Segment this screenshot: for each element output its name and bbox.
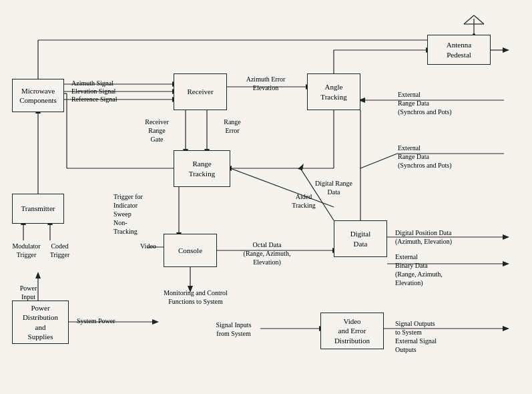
signal-inputs-label: Signal Inputsfrom System: [200, 321, 267, 338]
trigger-label: Trigger forIndicatorSweepNon-Tracking: [113, 192, 167, 236]
console-box: Console: [164, 234, 217, 267]
microwave-components-box: MicrowaveComponents: [12, 79, 64, 112]
antenna-pedestal-box: AntennaPedestal: [427, 35, 491, 65]
antenna-symbol: [461, 12, 487, 35]
power-input-label: PowerInput: [10, 284, 47, 301]
svg-marker-30: [503, 234, 509, 240]
power-distribution-box: PowerDistributionandSupplies: [12, 301, 69, 344]
modulator-trigger-label: ModulatorTrigger: [8, 242, 45, 259]
range-tracking-box: RangeTracking: [174, 150, 230, 187]
receiver-range-gate-label: ReceiverRangeGate: [134, 118, 180, 144]
system-block-diagram: AntennaPedestal MicrowaveComponents Azim…: [0, 0, 532, 394]
svg-point-65: [473, 33, 475, 35]
svg-line-21: [360, 154, 397, 168]
svg-marker-26: [298, 164, 304, 170]
svg-marker-32: [503, 261, 509, 266]
digital-range-data-label: Digital RangeData: [307, 179, 360, 196]
svg-marker-42: [152, 319, 159, 325]
coded-trigger-label: CodedTrigger: [41, 242, 78, 259]
video-label: Video: [140, 242, 156, 250]
svg-line-62: [464, 15, 474, 24]
svg-marker-40: [35, 272, 41, 278]
digital-data-box: DigitalData: [334, 220, 387, 257]
external-binary-label: ExternalBinary Data(Range, Azimuth,Eleva…: [395, 252, 502, 287]
external-range-data-2-label: ExternalRange Data(Synchros and Pots): [398, 144, 498, 170]
svg-marker-12: [503, 47, 509, 53]
angle-tracking-box: AngleTracking: [307, 73, 360, 110]
external-range-data-1-label: ExternalRange Data(Synchros and Pots): [398, 90, 498, 116]
octal-data-label: Octal Data(Range, Azimuth,Elevation): [227, 240, 307, 266]
system-power-label: System Power: [77, 317, 115, 325]
reference-signal-label: Reference Signal: [71, 95, 117, 104]
azimuth-error-label: Azimuth ErrorElevation: [232, 75, 299, 92]
monitoring-label: Monitoring and ControlFunctions to Syste…: [152, 288, 239, 306]
video-error-box: Videoand ErrorDistribution: [320, 313, 384, 349]
signal-outputs-label: Signal Outputsto SystemExternal SignalOu…: [395, 319, 499, 354]
svg-marker-48: [503, 326, 509, 331]
receiver-box: Receiver: [174, 73, 227, 110]
digital-position-label: Digital Position Data(Azimuth, Elevation…: [395, 228, 502, 246]
range-error-label: RangeError: [212, 118, 252, 135]
transmitter-box: Transmitter: [12, 194, 64, 224]
svg-line-63: [474, 15, 484, 24]
